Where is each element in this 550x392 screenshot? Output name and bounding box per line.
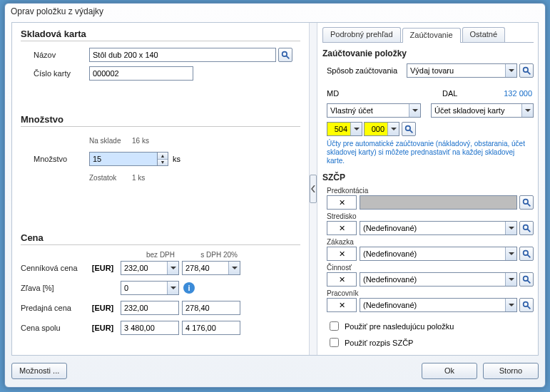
info-icon[interactable]: i bbox=[183, 282, 195, 294]
group-cena: Cena bez DPH s DPH 20% Cenníková cena [E… bbox=[12, 227, 309, 341]
group-title-skladova: Skladová karta bbox=[21, 29, 300, 41]
clear-pracovnik-button[interactable]: ✕ bbox=[327, 298, 357, 312]
label-mnozstvo: Množstvo bbox=[34, 155, 89, 163]
moznosti-button[interactable]: Možnosti ... bbox=[11, 363, 67, 379]
lookup-nazov-icon[interactable] bbox=[278, 48, 292, 62]
svg-line-5 bbox=[409, 130, 412, 133]
svg-point-6 bbox=[523, 199, 528, 204]
label-zlava: Zľava [%] bbox=[21, 284, 85, 292]
label-sposob: Spôsob zaúčtovania bbox=[327, 66, 407, 75]
svg-line-3 bbox=[527, 71, 530, 74]
input-spolu-s[interactable] bbox=[182, 321, 240, 335]
lookup-stredisko-icon[interactable] bbox=[519, 221, 534, 235]
combo-zakazka[interactable]: (Nedefinované) bbox=[360, 247, 517, 261]
group-skladova-karta: Skladová karta Názov Číslo karty bbox=[12, 23, 309, 87]
chevron-down-icon: ▼ bbox=[158, 160, 168, 166]
group-title-cena: Cena bbox=[21, 232, 300, 245]
magnifier-icon bbox=[522, 301, 531, 310]
svg-line-15 bbox=[527, 306, 530, 309]
dialog-window: Oprav položku z výdajky Skladová karta N… bbox=[4, 3, 546, 388]
combo-cennik-bez[interactable]: 232,00 bbox=[121, 261, 179, 275]
svg-point-8 bbox=[523, 225, 528, 229]
content-area: Skladová karta Názov Číslo karty Množstv… bbox=[11, 22, 539, 356]
combo-predkontacia[interactable] bbox=[360, 195, 517, 210]
combo-sposob[interactable]: Výdaj tovaru bbox=[407, 63, 517, 78]
combo-md-anal[interactable]: 000 bbox=[364, 122, 399, 136]
svg-point-2 bbox=[523, 67, 528, 72]
chevron-down-icon bbox=[505, 64, 516, 77]
checkbox-pouzit-nasledujucu[interactable] bbox=[330, 321, 339, 331]
label-cinnost: Činnosť bbox=[327, 264, 534, 272]
lookup-sposob-icon[interactable] bbox=[519, 63, 534, 78]
tab-ostatne[interactable]: Ostatné bbox=[462, 27, 506, 42]
label-cislo-karty: Číslo karty bbox=[34, 69, 89, 78]
clear-stredisko-button[interactable]: ✕ bbox=[327, 221, 357, 235]
chevron-down-icon bbox=[505, 273, 516, 286]
collapse-right-button[interactable] bbox=[310, 175, 317, 203]
mnozstvo-stepper[interactable]: ▲▼ bbox=[158, 152, 168, 166]
lookup-zakazka-icon[interactable] bbox=[519, 247, 534, 261]
combo-stredisko[interactable]: (Nedefinované) bbox=[360, 221, 517, 235]
svg-line-11 bbox=[527, 254, 530, 257]
combo-dal[interactable]: Účet skladovej karty bbox=[431, 103, 534, 118]
chevron-down-icon bbox=[228, 262, 240, 274]
chevron-down-icon bbox=[167, 282, 178, 294]
storno-button[interactable]: Storno bbox=[483, 363, 539, 379]
combo-cennik-s[interactable]: 278,40 bbox=[182, 261, 240, 275]
hint-text: Účty pre automatické zaúčtovanie (náklad… bbox=[327, 140, 534, 165]
input-spolu-bez[interactable] bbox=[121, 321, 179, 335]
combo-cinnost[interactable]: (Nedefinované) bbox=[360, 272, 517, 287]
tabs: Podrobný prehľad Zaúčtovanie Ostatné bbox=[322, 27, 534, 43]
input-predaj-bez[interactable] bbox=[121, 301, 179, 315]
combo-zlava[interactable]: 0 bbox=[121, 281, 179, 295]
combo-md[interactable]: Vlastný účet bbox=[327, 103, 421, 118]
svg-point-0 bbox=[282, 51, 287, 56]
label-zostatok: Zostatok bbox=[89, 174, 132, 182]
section-szcp-title: SZČP bbox=[322, 172, 534, 182]
window-title: Oprav položku z výdajky bbox=[11, 6, 103, 16]
magnifier-icon bbox=[522, 224, 531, 233]
svg-line-9 bbox=[527, 229, 530, 232]
label-na-sklade: Na sklade bbox=[89, 137, 132, 145]
label-predkontacia: Predkontácia bbox=[327, 187, 534, 195]
combo-md-synt[interactable]: 504 bbox=[327, 122, 362, 136]
clear-cinnost-button[interactable]: ✕ bbox=[327, 272, 357, 287]
clear-predkontacia-button[interactable]: ✕ bbox=[327, 195, 357, 210]
input-cislo-karty[interactable] bbox=[89, 66, 193, 81]
magnifier-icon bbox=[281, 51, 290, 60]
magnifier-icon bbox=[404, 125, 414, 134]
lookup-predkontacia-icon[interactable] bbox=[519, 195, 534, 210]
left-pane: Skladová karta Názov Číslo karty Množstv… bbox=[12, 23, 309, 355]
lookup-cinnost-icon[interactable] bbox=[519, 272, 534, 287]
ok-button[interactable]: Ok bbox=[422, 363, 477, 379]
hdr-s-dph: s DPH 20% bbox=[179, 251, 242, 259]
svg-point-4 bbox=[405, 125, 410, 130]
chevron-down-icon bbox=[521, 104, 533, 117]
input-predaj-s[interactable] bbox=[182, 301, 240, 315]
label-dal: DAL bbox=[442, 89, 462, 98]
input-nazov[interactable] bbox=[89, 48, 276, 62]
label-md: MD bbox=[327, 89, 347, 98]
right-pane: Podrobný prehľad Zaúčtovanie Ostatné Zaú… bbox=[318, 23, 538, 355]
button-bar: Možnosti ... Ok Storno bbox=[11, 360, 539, 381]
splitter[interactable] bbox=[309, 23, 317, 355]
svg-point-10 bbox=[523, 250, 528, 255]
label-stredisko: Stredisko bbox=[327, 212, 534, 220]
magnifier-icon bbox=[522, 249, 531, 259]
combo-pracovnik[interactable]: (Nedefinované) bbox=[360, 298, 517, 312]
chevron-left-icon bbox=[311, 185, 315, 192]
cur-spolu: [EUR] bbox=[85, 324, 121, 332]
lookup-md-icon[interactable] bbox=[402, 122, 416, 136]
group-title-mnozstvo: Množstvo bbox=[21, 114, 300, 127]
dal-account-number: 132 000 bbox=[462, 89, 534, 98]
unit-ks: ks bbox=[173, 155, 180, 163]
input-mnozstvo[interactable] bbox=[89, 152, 158, 166]
svg-line-1 bbox=[286, 56, 289, 58]
cur-cennikova: [EUR] bbox=[85, 264, 121, 272]
tab-podrobny-prehlad[interactable]: Podrobný prehľad bbox=[322, 27, 401, 42]
clear-zakazka-button[interactable]: ✕ bbox=[327, 247, 357, 261]
value-zostatok: 1 ks bbox=[132, 174, 145, 182]
tab-zauctovanie[interactable]: Zaúčtovanie bbox=[402, 28, 461, 43]
lookup-pracovnik-icon[interactable] bbox=[519, 298, 534, 312]
checkbox-pouzit-rozpis[interactable] bbox=[330, 338, 339, 347]
